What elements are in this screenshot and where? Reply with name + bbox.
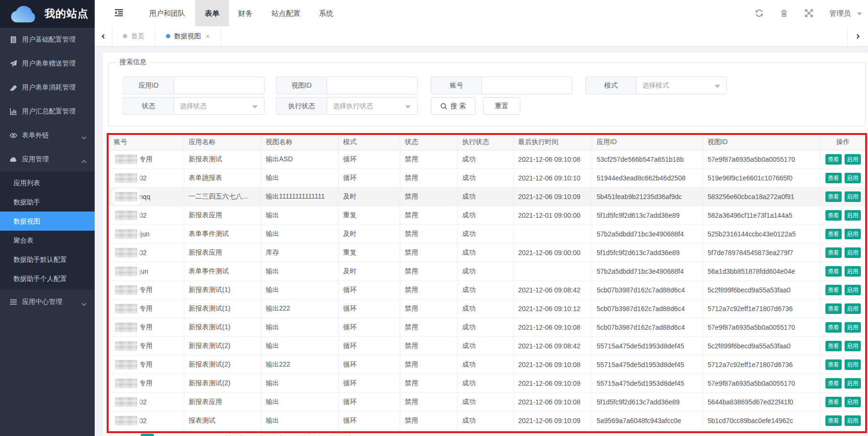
view-button[interactable]: 查看 [825, 285, 842, 295]
sidebar-item-label: 应用管理 [22, 155, 49, 164]
view-button[interactable]: 查看 [825, 229, 842, 239]
cell-last-time: 2021-12-06 09:10:12 [513, 299, 592, 318]
enable-button[interactable]: 启用 [845, 229, 861, 239]
view-button[interactable]: 查看 [825, 210, 842, 221]
cell-app-name: 报表测试 [184, 411, 261, 430]
enable-button[interactable]: 启用 [845, 247, 861, 258]
sidebar-item-app-center-management[interactable]: 应用中心管理 [0, 290, 95, 314]
refresh-icon[interactable] [755, 9, 763, 17]
view-button[interactable]: 查看 [825, 378, 842, 389]
pagination-control[interactable] [304, 434, 319, 436]
view-button[interactable]: 查看 [825, 191, 842, 202]
enable-button[interactable]: 启用 [845, 191, 861, 202]
cell-status: 禁用 [400, 299, 457, 318]
view-button[interactable]: 查看 [825, 322, 842, 333]
page-tag-home[interactable]: 首页 [112, 26, 155, 46]
pagination-active-page[interactable] [141, 434, 154, 436]
column-header: 账号 [109, 135, 184, 150]
view-button[interactable]: 查看 [825, 341, 842, 351]
page-tag-data-view[interactable]: 数据视图× [155, 26, 221, 46]
sidebar-subitem-data-assistant[interactable]: 数据助手 [0, 192, 95, 212]
nav-tab-system[interactable]: 系统 [319, 0, 333, 26]
table-row: 专用新报表测试(1)输出循环禁用成功2021-12-06 09:08:425cb… [109, 280, 866, 299]
view-button[interactable]: 查看 [825, 266, 842, 277]
tags-scroll-right-button[interactable] [847, 26, 868, 46]
tags-scroll-left-button[interactable] [95, 26, 112, 46]
sidebar-item-user-form-gift[interactable]: 用户表单赠送管理 [0, 52, 95, 76]
cell-view-name: 输出222 [261, 299, 338, 318]
enable-button[interactable]: 启用 [845, 341, 861, 351]
cell-view-name: 输出222 [261, 355, 338, 374]
enable-button[interactable]: 启用 [845, 415, 861, 426]
cell-account: 02 [109, 168, 184, 187]
nav-tab-forms[interactable]: 表单 [195, 0, 229, 26]
sidebar-subitem-data-view[interactable]: 数据视图 [0, 212, 95, 231]
cell-app-name: 表单事件测试 [184, 262, 261, 280]
nav-tab-site-config[interactable]: 站点配置 [272, 0, 300, 26]
close-tag-icon[interactable]: × [206, 33, 210, 40]
pagination-control[interactable] [331, 434, 351, 436]
nav-tab-finance[interactable]: 财务 [238, 0, 253, 26]
cell-account: 02 [109, 206, 184, 224]
pagination-control[interactable] [226, 434, 242, 436]
data-table: 账号应用名称视图名称模式状态执行状态最后执行时间应用ID视图ID操作 专用新报表… [109, 135, 866, 430]
sidebar-item-user-form-consume[interactable]: 用户表单消耗管理 [0, 76, 95, 100]
enable-button[interactable]: 启用 [845, 359, 861, 370]
view-button[interactable]: 查看 [825, 415, 842, 426]
tag-label: 数据视图 [174, 32, 201, 41]
sidebar-subitem-aggregate-table[interactable]: 聚合表 [0, 231, 95, 250]
nav-tab-users-and-teams[interactable]: 用户和团队 [149, 0, 185, 26]
enable-button[interactable]: 启用 [845, 266, 861, 277]
view-button[interactable]: 查看 [825, 359, 842, 370]
cell-view-id: 57e9f87a6935a5b0a0055170 [703, 150, 820, 168]
cell-last-time [513, 224, 592, 243]
cell-mode: 重复 [338, 243, 400, 262]
cell-mode: 循环 [338, 392, 400, 411]
cell-app-id: 51944ed3ead8c662b46d2508 [592, 168, 703, 187]
cell-view-name: 输出 [261, 224, 338, 243]
redaction-blur [114, 376, 139, 391]
cell-last-time: 2021-12-06 09:08:42 [513, 280, 592, 299]
enable-button[interactable]: 启用 [845, 210, 861, 221]
account-text: 专用 [139, 360, 153, 368]
sidebar-item-form-external-link[interactable]: 表单外链 [0, 123, 95, 147]
table-row: jun表单事件测试输出及时禁用成功57b2a5dbdd71bc3e490688f… [109, 262, 866, 280]
view-button[interactable]: 查看 [825, 247, 842, 258]
cell-account: 专用 [109, 318, 184, 336]
enable-button[interactable]: 启用 [845, 285, 861, 295]
cell-view-name: 输出 [261, 336, 338, 355]
view-button[interactable]: 查看 [825, 303, 842, 314]
enable-button[interactable]: 启用 [845, 154, 861, 165]
cell-actions: 查看启用 [820, 355, 866, 374]
view-button[interactable]: 查看 [825, 154, 842, 165]
enable-button[interactable]: 启用 [845, 397, 861, 407]
cell-status: 禁用 [400, 168, 457, 187]
fullscreen-icon[interactable] [805, 9, 813, 17]
view-button[interactable]: 查看 [825, 397, 842, 407]
sidebar-item-user-basic-config[interactable]: 用户基础配置管理 [0, 28, 95, 52]
cell-view-name: 输出 [261, 206, 338, 224]
admin-dropdown[interactable]: 管理员 [829, 0, 862, 26]
trash-icon[interactable] [780, 9, 788, 17]
view-button[interactable]: 查看 [825, 173, 842, 183]
eraser-icon [10, 84, 17, 91]
cell-app-id: 55715a475de5d1953d8def45 [592, 336, 703, 355]
sidebar-subitem-data-assistant-default-config[interactable]: 数据助手默认配置 [0, 250, 95, 269]
cell-last-time: 2021-12-06 09:10:09 [513, 374, 592, 392]
cell-view-id: 5c2f899f6becd9a55a53faa0 [703, 336, 820, 355]
sidebar-subitem-data-assistant-personal-config[interactable]: 数据助手个人配置 [0, 269, 95, 288]
table-row: 专用新报表测试(2)输出222循环禁用成功2021-12-06 09:10:08… [109, 355, 866, 374]
enable-button[interactable]: 启用 [845, 322, 861, 333]
column-header: 操作 [820, 135, 866, 150]
sidebar-item-app-management[interactable]: 应用管理 [0, 147, 95, 171]
cell-mode: 循环 [338, 355, 400, 374]
enable-button[interactable]: 启用 [845, 173, 861, 183]
collapse-sidebar-icon[interactable] [115, 9, 123, 17]
enable-button[interactable]: 启用 [845, 303, 861, 314]
enable-button[interactable]: 启用 [845, 378, 861, 389]
pagination-control[interactable] [260, 434, 281, 436]
column-header: 应用名称 [184, 135, 261, 150]
sidebar-subitem-app-list[interactable]: 应用列表 [0, 173, 95, 192]
cell-exec-status: 成功 [457, 374, 513, 392]
sidebar-item-user-summary-config[interactable]: 用户汇总配置管理 [0, 100, 95, 123]
